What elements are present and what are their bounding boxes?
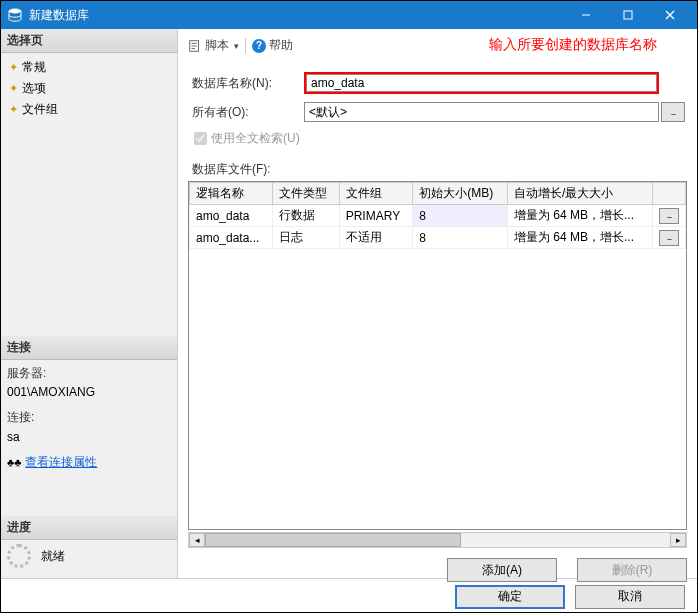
view-connection-properties-link[interactable]: 查看连接属性 <box>25 453 97 472</box>
nav-label: 选项 <box>22 80 46 97</box>
fulltext-label: 使用全文检索(U) <box>211 130 300 147</box>
annotation-callout: 输入所要创建的数据库名称 <box>489 36 657 54</box>
col-filetype[interactable]: 文件类型 <box>273 183 339 205</box>
dbname-highlight <box>304 72 659 94</box>
connection-icon: ♣♣ <box>7 454 21 472</box>
window-title: 新建数据库 <box>29 7 565 24</box>
help-icon: ? <box>252 39 266 53</box>
title-bar: 新建数据库 <box>1 1 697 29</box>
connection-header: 连接 <box>1 336 177 360</box>
dbname-input[interactable] <box>306 74 657 92</box>
script-menu[interactable]: 脚本 <box>188 37 239 54</box>
owner-browse-button[interactable]: ... <box>661 102 685 122</box>
add-button[interactable]: 添加(A) <box>447 558 557 582</box>
nav-label: 常规 <box>22 59 46 76</box>
dialog-footer: 确定 取消 <box>1 578 697 613</box>
col-filegroup[interactable]: 文件组 <box>339 183 413 205</box>
scroll-thumb[interactable] <box>205 533 461 547</box>
server-label: 服务器: <box>7 364 171 383</box>
maximize-button[interactable] <box>607 1 649 29</box>
help-button[interactable]: ? 帮助 <box>252 37 293 54</box>
script-icon <box>188 39 202 53</box>
toolbar-separator <box>245 38 246 54</box>
nav-item-filegroups[interactable]: ✦文件组 <box>5 99 177 120</box>
star-icon: ✦ <box>9 82 18 95</box>
scroll-left-arrow[interactable]: ◂ <box>189 533 205 547</box>
dbname-label: 数据库名称(N): <box>192 75 302 92</box>
table-row[interactable]: amo_data... 日志 不适用 8 增量为 64 MB，增长... ... <box>190 227 686 249</box>
row-options-button[interactable]: ... <box>659 208 679 224</box>
star-icon: ✦ <box>9 61 18 74</box>
star-icon: ✦ <box>9 103 18 116</box>
connection-section: 服务器: 001\AMOXIANG 连接: sa ♣♣ 查看连接属性 <box>1 360 177 476</box>
select-page-header: 选择页 <box>1 29 177 53</box>
remove-button: 删除(R) <box>577 558 687 582</box>
nav-item-options[interactable]: ✦选项 <box>5 78 177 99</box>
progress-spinner-icon <box>7 544 31 568</box>
close-button[interactable] <box>649 1 691 29</box>
table-row[interactable]: amo_data 行数据 PRIMARY 8 增量为 64 MB，增长... .… <box>190 205 686 227</box>
files-grid[interactable]: 逻辑名称 文件类型 文件组 初始大小(MB) 自动增长/最大大小 amo_dat… <box>188 181 687 530</box>
progress-header: 进度 <box>1 516 177 540</box>
sidebar: 选择页 ✦常规 ✦选项 ✦文件组 连接 服务器: 001\AMOXIANG 连接… <box>1 29 178 578</box>
owner-label: 所有者(O): <box>192 104 302 121</box>
server-value: 001\AMOXIANG <box>7 383 171 402</box>
fulltext-row: 使用全文检索(U) <box>192 130 687 147</box>
progress-row: 就绪 <box>1 540 177 578</box>
svg-point-0 <box>9 9 21 13</box>
fulltext-checkbox <box>194 132 207 145</box>
dbfiles-label: 数据库文件(F): <box>188 151 687 181</box>
nav-label: 文件组 <box>22 101 58 118</box>
help-label: 帮助 <box>269 37 293 54</box>
svg-rect-2 <box>624 11 632 19</box>
main-panel: 脚本 ? 帮助 输入所要创建的数据库名称 数据库名称(N): 所有者(O): .… <box>178 29 697 578</box>
col-initsize[interactable]: 初始大小(MB) <box>413 183 508 205</box>
horizontal-scrollbar[interactable]: ◂ ▸ <box>188 532 687 548</box>
status-text: 就绪 <box>41 548 65 565</box>
ok-button[interactable]: 确定 <box>455 585 565 609</box>
owner-input[interactable] <box>304 102 659 122</box>
minimize-button[interactable] <box>565 1 607 29</box>
nav-item-general[interactable]: ✦常规 <box>5 57 177 78</box>
col-logicalname[interactable]: 逻辑名称 <box>190 183 273 205</box>
cancel-button[interactable]: 取消 <box>575 585 685 609</box>
toolstrip: 脚本 ? 帮助 输入所要创建的数据库名称 <box>188 37 687 60</box>
script-label: 脚本 <box>205 37 229 54</box>
nav-list: ✦常规 ✦选项 ✦文件组 <box>1 53 177 124</box>
database-icon <box>7 7 23 23</box>
connection-label: 连接: <box>7 408 171 427</box>
col-autogrowth[interactable]: 自动增长/最大大小 <box>508 183 653 205</box>
connection-value: sa <box>7 428 171 447</box>
row-options-button[interactable]: ... <box>659 230 679 246</box>
scroll-right-arrow[interactable]: ▸ <box>670 533 686 547</box>
